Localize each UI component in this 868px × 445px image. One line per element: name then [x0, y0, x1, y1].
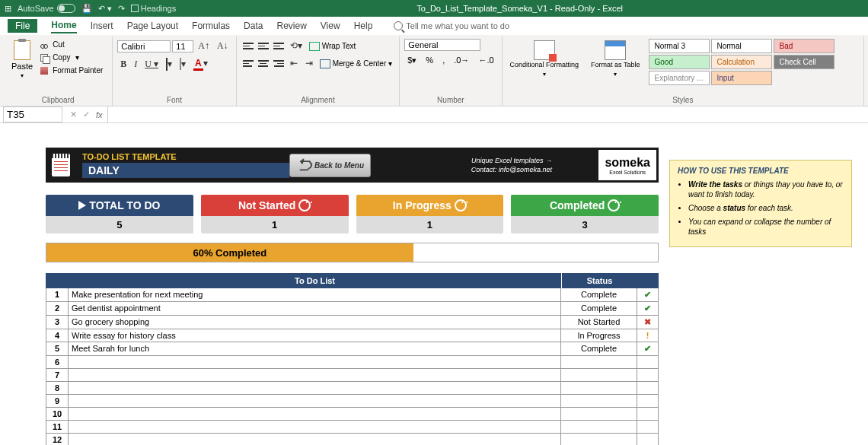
fill-color-button[interactable]: ▾ [177, 57, 189, 72]
style-cell[interactable]: Good [649, 55, 710, 69]
accounting-format-button[interactable]: $▾ [404, 54, 420, 67]
headings-checkbox[interactable]: Headings [131, 4, 176, 13]
style-cell[interactable]: Check Cell [774, 55, 834, 69]
name-box[interactable] [3, 106, 62, 122]
table-row[interactable]: 11 [46, 421, 659, 434]
tab-page-layout[interactable]: Page Layout [127, 19, 178, 33]
decrease-indent-button[interactable]: ⇤ [287, 56, 301, 71]
increase-font-icon[interactable]: A↑ [195, 39, 212, 53]
conditional-formatting-button[interactable]: Conditional Formatting▾ [507, 39, 582, 79]
task-cell[interactable] [69, 356, 561, 368]
table-row[interactable]: 7 [46, 369, 659, 382]
cancel-icon[interactable]: ✕ [70, 110, 77, 119]
percent-button[interactable]: % [423, 54, 436, 67]
status-cell[interactable] [561, 369, 637, 381]
task-cell[interactable] [69, 434, 561, 445]
task-cell[interactable]: Make presentation for next meeting [69, 288, 561, 301]
table-row[interactable]: 1Make presentation for next meetingCompl… [46, 288, 659, 302]
italic-button[interactable]: I [131, 57, 140, 72]
app-grid-icon[interactable]: ⊞ [5, 4, 11, 14]
font-color-button[interactable]: A▾ [190, 56, 211, 72]
style-cell[interactable]: Explanatory ... [649, 71, 710, 85]
align-bottom-button[interactable] [272, 40, 286, 52]
tab-home[interactable]: Home [51, 18, 76, 33]
merge-center-button[interactable]: Merge & Center ▾ [318, 59, 395, 69]
status-cell[interactable] [561, 395, 637, 407]
copy-button[interactable]: Copy ▾ [38, 52, 107, 63]
status-cell[interactable] [561, 356, 637, 368]
autosave-toggle[interactable]: AutoSave [18, 4, 75, 13]
format-as-table-button[interactable]: Format as Table▾ [588, 39, 643, 79]
border-button[interactable]: ▾ [163, 57, 175, 72]
cut-button[interactable]: Cut [38, 39, 107, 50]
comma-button[interactable]: , [439, 54, 448, 67]
back-to-menu-button[interactable]: ⮌ Back to Menu [289, 154, 371, 177]
align-right-button[interactable] [272, 58, 286, 70]
wrap-text-button[interactable]: Wrap Text [307, 41, 359, 52]
style-cell[interactable]: Calculation [711, 55, 772, 69]
status-cell[interactable] [561, 408, 637, 420]
font-name-select[interactable]: Calibri [117, 40, 171, 52]
table-row[interactable]: 10 [46, 408, 659, 421]
align-center-button[interactable] [257, 58, 270, 70]
number-format-select[interactable]: General [404, 39, 480, 51]
increase-indent-button[interactable]: ⇥ [302, 56, 316, 71]
align-top-button[interactable] [241, 40, 255, 52]
tab-formulas[interactable]: Formulas [192, 19, 230, 33]
table-row[interactable]: 6 [46, 356, 659, 369]
task-cell[interactable] [69, 382, 561, 394]
tab-data[interactable]: Data [244, 19, 263, 33]
table-row[interactable]: 8 [46, 382, 659, 395]
decrease-decimal-button[interactable]: ←.0 [475, 54, 496, 67]
task-cell[interactable] [69, 369, 561, 381]
style-cell[interactable]: Normal 3 [649, 39, 710, 53]
table-row[interactable]: 12 [46, 434, 659, 445]
style-cell[interactable]: Normal [711, 39, 772, 53]
worksheet-area[interactable]: TO-DO LIST TEMPLATE DAILY ⮌ Back to Menu… [0, 123, 868, 445]
font-size-select[interactable]: 11 [172, 40, 193, 52]
redo-icon[interactable]: ↷ [118, 4, 125, 14]
tab-view[interactable]: View [321, 19, 340, 33]
status-cell[interactable]: Not Started [561, 316, 637, 329]
cell-styles-gallery[interactable]: Normal 3NormalBadGoodCalculationCheck Ce… [649, 39, 847, 85]
task-cell[interactable]: Meet Sarah for lunch [69, 342, 561, 355]
formula-bar[interactable] [107, 106, 868, 122]
tab-review[interactable]: Review [276, 19, 306, 33]
undo-icon[interactable]: ↶ ▾ [98, 4, 112, 14]
bold-button[interactable]: B [117, 57, 129, 72]
enter-icon[interactable]: ✓ [83, 110, 90, 119]
task-cell[interactable]: Get dentist appointment [69, 302, 561, 315]
task-cell[interactable] [69, 408, 561, 420]
increase-decimal-button[interactable]: .0→ [451, 54, 472, 67]
save-icon[interactable]: 💾 [81, 4, 92, 14]
status-cell[interactable]: Complete [561, 302, 637, 315]
status-cell[interactable] [561, 382, 637, 394]
tell-me-search[interactable]: Tell me what you want to do [394, 21, 509, 30]
table-row[interactable]: 3Go grocery shoppingNot Started✖ [46, 316, 659, 329]
style-cell[interactable]: Bad [774, 39, 834, 53]
status-cell[interactable]: Complete [561, 342, 637, 355]
tab-insert[interactable]: Insert [91, 19, 113, 33]
task-cell[interactable]: Go grocery shopping [69, 316, 561, 329]
orientation-button[interactable]: ⟲▾ [287, 39, 305, 53]
fx-icon[interactable]: fx [96, 110, 103, 119]
style-cell[interactable]: Input [711, 71, 772, 85]
underline-button[interactable]: U ▾ [142, 57, 161, 72]
align-left-button[interactable] [241, 58, 255, 70]
table-row[interactable]: 5Meet Sarah for lunchComplete✔ [46, 342, 659, 356]
status-cell[interactable] [561, 421, 637, 433]
task-cell[interactable] [69, 395, 561, 407]
paste-button[interactable]: Paste▾ [8, 39, 36, 81]
align-middle-button[interactable] [257, 40, 270, 52]
decrease-font-icon[interactable]: A↓ [214, 39, 231, 53]
status-cell[interactable]: Complete [561, 288, 637, 301]
task-cell[interactable] [69, 421, 561, 433]
tab-help[interactable]: Help [354, 19, 373, 33]
table-row[interactable]: 9 [46, 395, 659, 408]
status-cell[interactable]: In Progress [561, 329, 637, 342]
tab-file[interactable]: File [8, 19, 37, 33]
status-cell[interactable] [561, 434, 637, 445]
table-row[interactable]: 4Write essay for history classIn Progres… [46, 329, 659, 342]
table-row[interactable]: 2Get dentist appointmentComplete✔ [46, 302, 659, 316]
format-painter-button[interactable]: Format Painter [38, 65, 107, 76]
